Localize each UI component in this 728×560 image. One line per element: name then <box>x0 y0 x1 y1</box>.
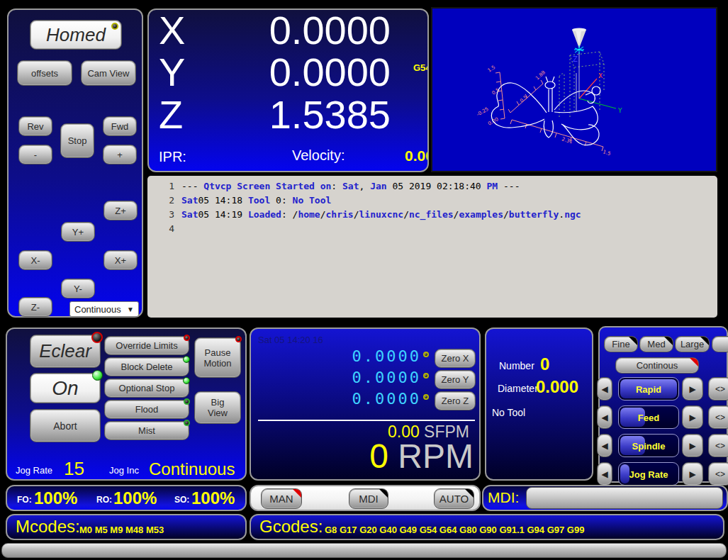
jog-x-plus-button[interactable]: X+ <box>103 250 138 270</box>
block-delete-button[interactable]: Block Delete <box>104 357 189 376</box>
block-delete-label: Block Delete <box>121 362 173 372</box>
rapid-decrease-button[interactable]: ◀ <box>597 377 612 401</box>
override-readout-panel: FO: 100% RO: 100% SO: 100% <box>6 485 247 511</box>
jog-y-minus-button[interactable]: Y- <box>61 279 95 298</box>
jog-continous-button[interactable]: Continous <box>615 357 699 374</box>
jog-z-plus-button[interactable]: Z+ <box>103 201 138 220</box>
cam-view-button[interactable]: Cam View <box>81 60 136 86</box>
spindle-fwd-button[interactable]: Fwd <box>103 116 137 136</box>
axis-y-value: 0.0000 <box>164 49 391 95</box>
ruler-label: 1.88 <box>534 69 547 81</box>
spindle-faster-button[interactable]: + <box>103 145 137 164</box>
homed-led-icon <box>111 23 118 30</box>
clock-display: Sat 05 14:20 16 <box>258 335 323 345</box>
log-lines: 1--- Qtvcp Screen Started on: Sat, Jan 0… <box>147 179 717 236</box>
jog-y-plus-button[interactable]: Y+ <box>61 222 95 242</box>
jog-rate-slider[interactable]: Jog Rate <box>618 462 679 486</box>
jog-large-button[interactable]: Large <box>675 336 710 352</box>
so-value: 100% <box>191 488 235 508</box>
jog-rate-decrease-button[interactable]: ◀ <box>597 462 612 486</box>
jog-x-minus-button[interactable]: X- <box>18 250 52 270</box>
mdi-command-input[interactable] <box>526 487 723 509</box>
axis-x-value: 0.0000 <box>164 9 391 53</box>
gcode-preview-plot[interactable]: 1.5 0.5 -0.25 0.00 0.5 1.88 2.31 1.5 X Y… <box>431 7 717 172</box>
feed-expand-button[interactable]: <> <box>708 405 728 429</box>
rpm-unit: RPM <box>398 437 474 475</box>
ro-value: 100% <box>113 488 157 508</box>
mcodes-list: M0 M5 M9 M48 M53 <box>79 525 164 535</box>
block-delete-led-icon <box>183 356 190 363</box>
feed-increase-button[interactable]: ▶ <box>682 405 703 429</box>
spindle-override-slider[interactable]: Spindle <box>618 434 679 457</box>
spindle-slower-button[interactable]: - <box>18 145 52 164</box>
estop-led-icon <box>91 332 103 343</box>
fwd-label: Fwd <box>111 121 129 132</box>
status-log[interactable]: 1--- Qtvcp Screen Started on: Sat, Jan 0… <box>147 176 717 318</box>
qtvcp-cnc-screen: Homed offsets Cam View Rev Fwd Stop - + … <box>0 0 728 560</box>
tool-status: No Tool <box>492 407 525 418</box>
rapid-increase-button[interactable]: ▶ <box>682 377 703 401</box>
corner-notch-icon <box>465 489 474 498</box>
corner-notch-icon <box>664 337 673 345</box>
status-bar <box>1 543 727 558</box>
machine-on-button[interactable]: On <box>30 373 101 403</box>
spindle-expand-button[interactable]: <> <box>708 434 728 457</box>
pause-motion-label: Pause Motion <box>198 347 237 369</box>
cam-view-label: Cam View <box>87 68 129 79</box>
rapid-slider-label: Rapid <box>619 383 678 394</box>
ruler-label: -0.25 <box>476 106 490 118</box>
pause-motion-led-icon <box>235 336 242 342</box>
jog-rate-expand-button[interactable]: <> <box>708 462 728 486</box>
mode-mdi-button[interactable]: MDI <box>349 488 388 509</box>
dro-row-z: Z 1.5385 <box>157 91 422 134</box>
toolpath-graphics: 1.5 0.5 -0.25 0.00 0.5 1.88 2.31 1.5 X Y… <box>432 9 716 171</box>
y-axis-label: Y <box>617 107 622 114</box>
spindle-increase-button[interactable]: ▶ <box>682 434 703 457</box>
mist-button[interactable]: Mist <box>104 421 189 440</box>
on-label: On <box>52 377 78 400</box>
jog-extra-button[interactable] <box>712 336 728 352</box>
mode-man-button[interactable]: MAN <box>261 488 302 509</box>
estop-clear-button[interactable]: Eclear <box>30 335 101 368</box>
offsets-button[interactable]: offsets <box>17 60 72 86</box>
z-axis-label: Z <box>573 55 578 63</box>
rev-label: Rev <box>27 121 43 132</box>
jog-increment-value: Continuous <box>74 304 121 315</box>
manual-control-panel: Homed offsets Cam View Rev Fwd Stop - + … <box>7 9 143 318</box>
feed-decrease-button[interactable]: ◀ <box>597 405 612 429</box>
arrow-right-icon: ▶ <box>689 469 695 479</box>
log-line: 1--- Qtvcp Screen Started on: Sat, Jan 0… <box>147 179 717 194</box>
jog-rate-increase-button[interactable]: ▶ <box>682 462 703 486</box>
spindle-decrease-button[interactable]: ◀ <box>597 434 612 457</box>
auto-label: AUTO <box>439 493 469 505</box>
chevron-down-icon: ▼ <box>127 306 134 313</box>
jog-fine-button[interactable]: Fine <box>604 336 638 352</box>
abort-button[interactable]: Abort <box>30 409 101 442</box>
mode-auto-button[interactable]: AUTO <box>434 488 474 509</box>
jog-z-minus-button[interactable]: Z- <box>18 297 52 317</box>
arrow-left-icon: ◀ <box>601 469 607 479</box>
tool-info-panel: Number 0 Diameter 0.000 No Tool <box>485 327 593 481</box>
jog-increment-dropdown[interactable]: Continuous ▼ <box>69 301 139 317</box>
minus-label: - <box>34 150 37 160</box>
homed-button[interactable]: Homed <box>30 20 122 50</box>
feed-override-slider[interactable]: Feed <box>618 405 679 429</box>
flood-button[interactable]: Flood <box>104 400 189 419</box>
rapid-override-slider[interactable]: Rapid <box>618 377 679 401</box>
flood-label: Flood <box>135 404 159 415</box>
pause-motion-button[interactable]: Pause Motion <box>194 337 241 378</box>
arrow-left-icon: ◀ <box>601 413 607 422</box>
big-view-button[interactable]: Big View <box>194 391 241 424</box>
spindle-rev-button[interactable]: Rev <box>18 116 52 136</box>
y-axis-line <box>579 99 616 108</box>
zero-z-button[interactable]: Zero Z <box>435 391 476 410</box>
rapid-expand-button[interactable]: <> <box>708 377 728 401</box>
zero-y-button[interactable]: Zero Y <box>435 370 476 389</box>
override-limits-button[interactable]: Override Limits <box>104 336 189 355</box>
optional-stop-button[interactable]: Optional Stop <box>104 379 189 398</box>
spindle-stop-button[interactable]: Stop <box>60 123 94 158</box>
zero-x-button[interactable]: Zero X <box>435 349 476 368</box>
mdi-entry-panel: MDI: <box>482 485 728 511</box>
jog-med-button[interactable]: Med <box>639 336 673 352</box>
x-minus-label: X- <box>31 255 40 266</box>
